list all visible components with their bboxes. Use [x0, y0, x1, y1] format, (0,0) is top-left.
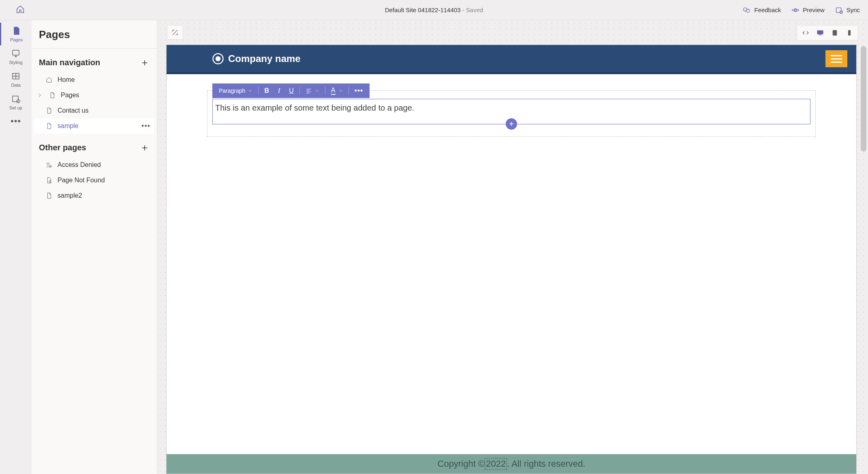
add-other-page-button[interactable]: ＋ [140, 141, 150, 154]
tree-item-pages[interactable]: Pages [34, 88, 154, 103]
tree-label: Pages [61, 92, 79, 99]
tree-item-page-not-found[interactable]: Page Not Found [34, 173, 154, 188]
align-left-icon [306, 88, 312, 94]
chevron-right-icon [36, 92, 43, 98]
tree-item-access-denied[interactable]: Access Denied [34, 157, 154, 173]
page-icon [45, 122, 53, 130]
other-pages-section-header: Other pages ＋ [32, 134, 157, 157]
rte-italic-button[interactable]: I [274, 85, 284, 96]
tree-label: Home [58, 76, 75, 83]
site-footer: Copyright © 2022. All rights reserved. [167, 454, 856, 474]
rail-overflow-button[interactable]: ••• [11, 117, 21, 126]
rte-paragraph-style-dropdown[interactable]: Paragraph [215, 85, 257, 96]
canvas-area: Company name Paragraph [157, 20, 868, 474]
rail-item-pages[interactable]: Pages [0, 23, 32, 45]
nav-rail: Pages Styling Data Set up ••• [0, 20, 32, 474]
access-denied-icon [45, 161, 53, 169]
svg-rect-5 [13, 50, 19, 55]
footer-suffix: . All rights reserved. [507, 459, 585, 469]
chevron-down-icon [338, 88, 343, 93]
preview-button[interactable]: Preview [791, 6, 824, 14]
tree-label: Contact us [58, 107, 88, 114]
hamburger-menu-button[interactable] [825, 50, 847, 67]
add-component-button[interactable]: + [506, 118, 517, 130]
rte-more-button[interactable]: ••• [351, 85, 368, 96]
page-icon [45, 107, 53, 114]
content-area: Paragraph B I U [167, 74, 856, 454]
rail-label: Data [11, 83, 20, 88]
section-outline[interactable]: Paragraph B I U [207, 90, 816, 137]
save-status: - Saved [460, 6, 483, 13]
home-icon [45, 76, 53, 83]
site-title-text: Default Site 041822-114403 [385, 6, 461, 13]
rail-item-data[interactable]: Data [0, 68, 32, 91]
page-preview: Company name Paragraph [157, 20, 857, 474]
svg-rect-3 [836, 8, 841, 13]
vertical-scrollbar-thumb[interactable] [861, 46, 866, 152]
page-icon [49, 92, 56, 99]
panel-title: Pages [32, 20, 157, 49]
rail-label: Set up [9, 105, 22, 110]
data-icon [11, 71, 21, 81]
rte-bold-button[interactable]: B [260, 85, 273, 96]
company-name: Company name [228, 53, 301, 64]
rich-text-toolbar: Paragraph B I U [212, 83, 370, 98]
app-root: Default Site 041822-114403 - Saved Feedb… [0, 0, 868, 474]
tree-label: Page Not Found [58, 177, 105, 184]
svg-rect-7 [13, 96, 18, 102]
svg-point-9 [47, 163, 49, 165]
sync-label: Sync [847, 6, 860, 13]
chevron-down-icon [314, 88, 319, 93]
toolbar-separator [258, 87, 259, 95]
company-logo-and-name[interactable]: Company name [212, 53, 301, 65]
setup-icon [11, 94, 21, 104]
page-search-icon [45, 177, 53, 184]
text-block-editor[interactable]: This is an example of some text being ad… [212, 99, 810, 124]
footer-prefix: Copyright © [438, 459, 485, 469]
home-icon[interactable] [16, 5, 25, 15]
rte-style-label: Paragraph [219, 88, 245, 94]
tree-item-home[interactable]: Home [34, 72, 154, 88]
body-text: This is an example of some text being ad… [215, 103, 414, 112]
font-color-glyph: A [331, 87, 336, 95]
svg-point-2 [795, 9, 797, 11]
rail-item-setup[interactable]: Set up [0, 91, 32, 113]
preview-icon [791, 6, 800, 14]
site-title: Default Site 041822-114403 - Saved [385, 6, 483, 13]
other-pages-title: Other pages [39, 143, 86, 152]
svg-point-1 [746, 9, 750, 12]
tree-label: Access Denied [58, 161, 101, 169]
tree-item-sample2[interactable]: sample2 [34, 188, 154, 203]
chevron-down-icon [248, 88, 252, 93]
pages-panel: Pages Main navigation ＋ Home Pages [32, 20, 157, 474]
sync-icon [835, 6, 843, 14]
sync-button[interactable]: Sync [835, 6, 860, 14]
toolbar-separator [299, 87, 300, 95]
tree-item-sample[interactable]: sample ••• [34, 118, 154, 134]
add-main-nav-page-button[interactable]: ＋ [140, 56, 150, 69]
rail-label: Pages [10, 37, 23, 42]
rte-font-color-dropdown[interactable]: A [327, 85, 347, 96]
tree-label: sample2 [58, 192, 82, 199]
styling-icon [11, 49, 21, 58]
company-logo-icon [212, 53, 224, 65]
page-icon [12, 26, 21, 36]
tree-label: sample [58, 122, 79, 130]
site-header: Company name [167, 45, 856, 74]
footer-year-editable[interactable]: 2022 [485, 458, 507, 470]
rail-label: Styling [9, 60, 22, 65]
preview-label: Preview [803, 6, 824, 13]
main-nav-section-header: Main navigation ＋ [32, 49, 157, 72]
top-bar: Default Site 041822-114403 - Saved Feedb… [0, 0, 868, 20]
tree-item-more-button[interactable]: ••• [141, 122, 150, 130]
tree-item-contact-us[interactable]: Contact us [34, 103, 154, 118]
feedback-icon [743, 6, 751, 14]
toolbar-separator [325, 87, 325, 95]
rte-align-dropdown[interactable] [301, 85, 323, 96]
rail-item-styling[interactable]: Styling [0, 45, 32, 68]
rte-underline-button[interactable]: U [285, 85, 298, 96]
main-nav-title: Main navigation [39, 58, 100, 67]
preview-frame: Company name Paragraph [166, 45, 857, 474]
svg-point-17 [216, 56, 221, 62]
feedback-button[interactable]: Feedback [743, 6, 781, 14]
